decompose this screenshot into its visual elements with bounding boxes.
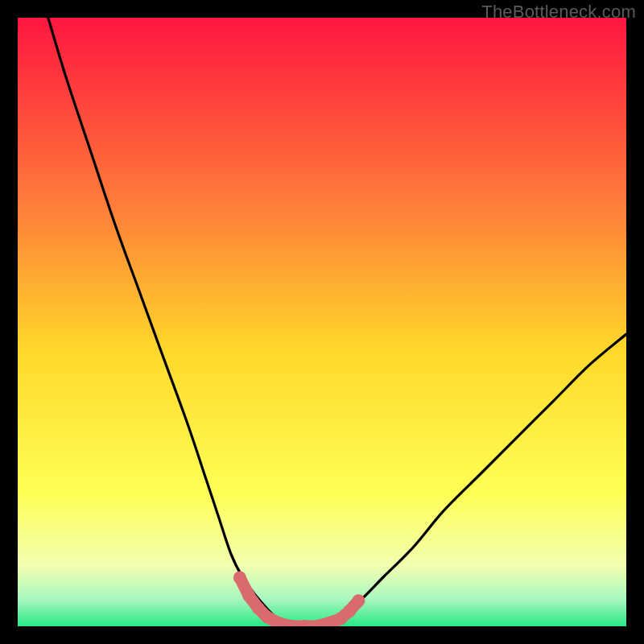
minimum-dot — [343, 605, 356, 617]
gradient-background — [18, 18, 626, 626]
chart-frame: TheBottleneck.com — [0, 0, 644, 644]
minimum-dot — [352, 594, 365, 607]
bottleneck-plot — [18, 18, 626, 626]
minimum-dot — [261, 611, 274, 624]
minimum-dot — [242, 589, 255, 602]
minimum-dot — [252, 601, 265, 614]
minimum-dot — [233, 572, 246, 584]
